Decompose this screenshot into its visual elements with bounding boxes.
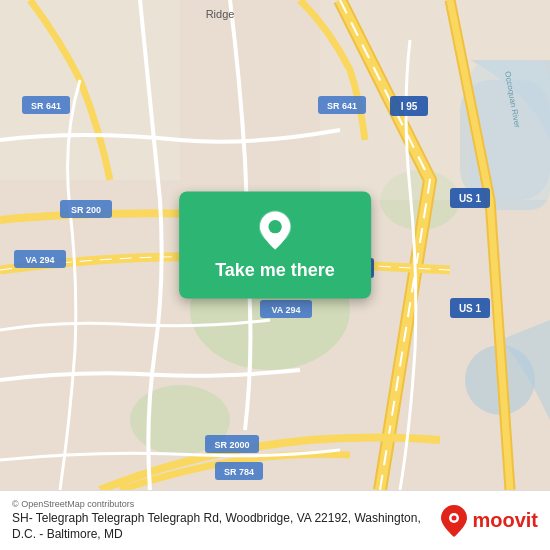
svg-text:SR 200: SR 200 (71, 205, 101, 215)
svg-text:I 95: I 95 (401, 101, 418, 112)
svg-text:US 1: US 1 (459, 303, 482, 314)
svg-rect-7 (0, 0, 180, 180)
svg-point-36 (452, 515, 457, 520)
svg-point-34 (268, 220, 281, 233)
cta-overlay: Take me there (179, 192, 371, 299)
svg-text:Ridge: Ridge (206, 8, 235, 20)
moovit-text-red: it (526, 509, 538, 531)
svg-text:SR 641: SR 641 (327, 101, 357, 111)
moovit-text-black: moov (472, 509, 525, 531)
location-pin-icon (257, 210, 293, 252)
moovit-pin-icon (440, 504, 468, 538)
svg-text:SR 641: SR 641 (31, 101, 61, 111)
take-me-there-button[interactable]: Take me there (179, 192, 371, 299)
attribution-text: © OpenStreetMap contributors (12, 499, 134, 509)
bottom-left-section: © OpenStreetMap contributors SH- Telegra… (12, 499, 440, 542)
svg-text:VA 294: VA 294 (25, 255, 54, 265)
svg-text:SR 2000: SR 2000 (214, 440, 249, 450)
map-container: SR 641 SR 641 VA 294 VA 294 SR 200 I 95 … (0, 0, 550, 490)
cta-label: Take me there (215, 260, 335, 281)
map-attribution: © OpenStreetMap contributors (12, 499, 440, 509)
bottom-bar: © OpenStreetMap contributors SH- Telegra… (0, 490, 550, 550)
address-text: SH- Telegraph Telegraph Telegraph Rd, Wo… (12, 511, 440, 542)
svg-text:SR 784: SR 784 (224, 467, 254, 477)
moovit-text: moovit (472, 509, 538, 532)
moovit-logo: moovit (440, 504, 538, 538)
svg-text:VA 294: VA 294 (271, 305, 300, 315)
svg-text:US 1: US 1 (459, 193, 482, 204)
